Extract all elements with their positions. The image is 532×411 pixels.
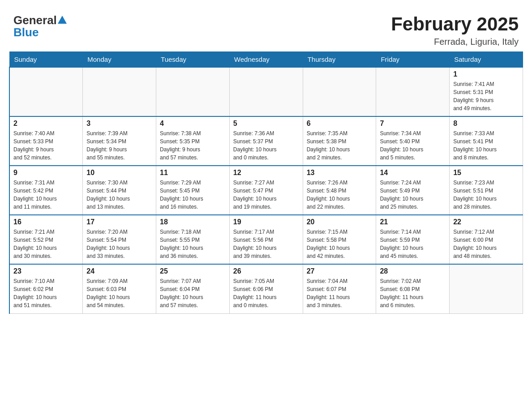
calendar-cell bbox=[156, 67, 230, 116]
calendar-cell: 25Sunrise: 7:07 AMSunset: 6:04 PMDayligh… bbox=[156, 264, 230, 313]
week-row-2: 2Sunrise: 7:40 AMSunset: 5:33 PMDaylight… bbox=[9, 116, 523, 166]
calendar-cell: 16Sunrise: 7:21 AMSunset: 5:52 PMDayligh… bbox=[9, 215, 83, 264]
calendar-cell: 7Sunrise: 7:34 AMSunset: 5:40 PMDaylight… bbox=[376, 116, 450, 166]
day-number: 2 bbox=[13, 120, 79, 128]
calendar-cell: 19Sunrise: 7:17 AMSunset: 5:56 PMDayligh… bbox=[229, 215, 303, 264]
calendar-cell: 2Sunrise: 7:40 AMSunset: 5:33 PMDaylight… bbox=[9, 116, 83, 166]
day-number: 6 bbox=[307, 120, 373, 128]
day-number: 15 bbox=[453, 169, 519, 177]
day-number: 9 bbox=[13, 169, 79, 177]
day-number: 8 bbox=[453, 120, 519, 128]
day-number: 3 bbox=[86, 120, 152, 128]
day-info: Sunrise: 7:24 AMSunset: 5:49 PMDaylight:… bbox=[380, 179, 446, 211]
day-number: 22 bbox=[453, 218, 519, 226]
calendar-cell bbox=[9, 67, 83, 116]
day-info: Sunrise: 7:29 AMSunset: 5:45 PMDaylight:… bbox=[160, 179, 226, 211]
day-info: Sunrise: 7:40 AMSunset: 5:33 PMDaylight:… bbox=[13, 129, 79, 162]
day-info: Sunrise: 7:23 AMSunset: 5:51 PMDaylight:… bbox=[453, 179, 519, 211]
day-info: Sunrise: 7:41 AMSunset: 5:31 PMDaylight:… bbox=[453, 80, 519, 112]
day-number: 5 bbox=[233, 120, 299, 128]
day-number: 25 bbox=[160, 267, 226, 275]
day-info: Sunrise: 7:02 AMSunset: 6:08 PMDaylight:… bbox=[380, 277, 446, 309]
day-info: Sunrise: 7:07 AMSunset: 6:04 PMDaylight:… bbox=[160, 277, 226, 309]
calendar-cell: 14Sunrise: 7:24 AMSunset: 5:49 PMDayligh… bbox=[376, 166, 450, 215]
day-number: 10 bbox=[86, 169, 152, 177]
calendar-cell: 9Sunrise: 7:31 AMSunset: 5:42 PMDaylight… bbox=[9, 166, 83, 215]
day-of-week-sunday: Sunday bbox=[9, 52, 83, 68]
day-number: 28 bbox=[380, 267, 446, 275]
day-of-week-monday: Monday bbox=[83, 52, 156, 68]
day-info: Sunrise: 7:12 AMSunset: 6:00 PMDaylight:… bbox=[453, 228, 519, 260]
calendar-cell: 23Sunrise: 7:10 AMSunset: 6:02 PMDayligh… bbox=[9, 264, 83, 313]
week-row-5: 23Sunrise: 7:10 AMSunset: 6:02 PMDayligh… bbox=[9, 264, 523, 313]
day-info: Sunrise: 7:17 AMSunset: 5:56 PMDaylight:… bbox=[233, 228, 299, 260]
day-number: 11 bbox=[160, 169, 226, 177]
calendar-cell: 27Sunrise: 7:04 AMSunset: 6:07 PMDayligh… bbox=[303, 264, 376, 313]
calendar-cell: 24Sunrise: 7:09 AMSunset: 6:03 PMDayligh… bbox=[83, 264, 156, 313]
calendar-cell: 26Sunrise: 7:05 AMSunset: 6:06 PMDayligh… bbox=[229, 264, 303, 313]
calendar-table: SundayMondayTuesdayWednesdayThursdayFrid… bbox=[9, 51, 523, 314]
calendar-cell: 8Sunrise: 7:33 AMSunset: 5:41 PMDaylight… bbox=[450, 116, 523, 166]
day-number: 16 bbox=[13, 218, 79, 226]
week-row-4: 16Sunrise: 7:21 AMSunset: 5:52 PMDayligh… bbox=[9, 215, 523, 264]
calendar-header-row: SundayMondayTuesdayWednesdayThursdayFrid… bbox=[9, 52, 523, 68]
day-info: Sunrise: 7:36 AMSunset: 5:37 PMDaylight:… bbox=[233, 129, 299, 162]
calendar-cell: 10Sunrise: 7:30 AMSunset: 5:44 PMDayligh… bbox=[83, 166, 156, 215]
calendar-cell: 1Sunrise: 7:41 AMSunset: 5:31 PMDaylight… bbox=[450, 67, 523, 116]
day-info: Sunrise: 7:14 AMSunset: 5:59 PMDaylight:… bbox=[380, 228, 446, 260]
day-number: 1 bbox=[453, 70, 519, 78]
day-number: 20 bbox=[307, 218, 373, 226]
calendar-cell: 12Sunrise: 7:27 AMSunset: 5:47 PMDayligh… bbox=[229, 166, 303, 215]
day-number: 4 bbox=[160, 120, 226, 128]
day-number: 12 bbox=[233, 169, 299, 177]
calendar-cell: 4Sunrise: 7:38 AMSunset: 5:35 PMDaylight… bbox=[156, 116, 230, 166]
svg-marker-0 bbox=[58, 16, 67, 24]
day-info: Sunrise: 7:10 AMSunset: 6:02 PMDaylight:… bbox=[13, 277, 79, 309]
calendar-cell: 13Sunrise: 7:26 AMSunset: 5:48 PMDayligh… bbox=[303, 166, 376, 215]
day-number: 14 bbox=[380, 169, 446, 177]
week-row-1: 1Sunrise: 7:41 AMSunset: 5:31 PMDaylight… bbox=[9, 67, 523, 116]
day-number: 27 bbox=[307, 267, 373, 275]
calendar-cell bbox=[376, 67, 450, 116]
title-area: February 2025 Ferrada, Liguria, Italy bbox=[391, 13, 519, 47]
location-title: Ferrada, Liguria, Italy bbox=[391, 37, 519, 47]
day-info: Sunrise: 7:33 AMSunset: 5:41 PMDaylight:… bbox=[453, 129, 519, 162]
day-info: Sunrise: 7:21 AMSunset: 5:52 PMDaylight:… bbox=[13, 228, 79, 260]
day-info: Sunrise: 7:26 AMSunset: 5:48 PMDaylight:… bbox=[307, 179, 373, 211]
day-of-week-thursday: Thursday bbox=[303, 52, 376, 68]
day-number: 7 bbox=[380, 120, 446, 128]
day-info: Sunrise: 7:30 AMSunset: 5:44 PMDaylight:… bbox=[86, 179, 152, 211]
logo: General Blue bbox=[13, 13, 67, 39]
calendar-cell bbox=[83, 67, 156, 116]
day-info: Sunrise: 7:39 AMSunset: 5:34 PMDaylight:… bbox=[86, 129, 152, 162]
day-info: Sunrise: 7:05 AMSunset: 6:06 PMDaylight:… bbox=[233, 277, 299, 309]
week-row-3: 9Sunrise: 7:31 AMSunset: 5:42 PMDaylight… bbox=[9, 166, 523, 215]
day-info: Sunrise: 7:18 AMSunset: 5:55 PMDaylight:… bbox=[160, 228, 226, 260]
day-info: Sunrise: 7:34 AMSunset: 5:40 PMDaylight:… bbox=[380, 129, 446, 162]
logo-triangle-icon bbox=[58, 15, 67, 25]
day-of-week-tuesday: Tuesday bbox=[156, 52, 230, 68]
calendar-cell: 18Sunrise: 7:18 AMSunset: 5:55 PMDayligh… bbox=[156, 215, 230, 264]
day-number: 17 bbox=[86, 218, 152, 226]
day-info: Sunrise: 7:27 AMSunset: 5:47 PMDaylight:… bbox=[233, 179, 299, 211]
day-number: 24 bbox=[86, 267, 152, 275]
day-of-week-wednesday: Wednesday bbox=[229, 52, 303, 68]
calendar-cell bbox=[303, 67, 376, 116]
calendar-cell bbox=[229, 67, 303, 116]
day-info: Sunrise: 7:09 AMSunset: 6:03 PMDaylight:… bbox=[86, 277, 152, 309]
day-info: Sunrise: 7:04 AMSunset: 6:07 PMDaylight:… bbox=[307, 277, 373, 309]
calendar-cell: 5Sunrise: 7:36 AMSunset: 5:37 PMDaylight… bbox=[229, 116, 303, 166]
day-number: 18 bbox=[160, 218, 226, 226]
calendar-cell: 3Sunrise: 7:39 AMSunset: 5:34 PMDaylight… bbox=[83, 116, 156, 166]
calendar-cell: 28Sunrise: 7:02 AMSunset: 6:08 PMDayligh… bbox=[376, 264, 450, 313]
logo-blue-text: Blue bbox=[13, 26, 39, 39]
calendar-cell: 22Sunrise: 7:12 AMSunset: 6:00 PMDayligh… bbox=[450, 215, 523, 264]
day-info: Sunrise: 7:15 AMSunset: 5:58 PMDaylight:… bbox=[307, 228, 373, 260]
calendar-cell: 17Sunrise: 7:20 AMSunset: 5:54 PMDayligh… bbox=[83, 215, 156, 264]
day-of-week-saturday: Saturday bbox=[450, 52, 523, 68]
calendar-cell: 11Sunrise: 7:29 AMSunset: 5:45 PMDayligh… bbox=[156, 166, 230, 215]
day-info: Sunrise: 7:20 AMSunset: 5:54 PMDaylight:… bbox=[86, 228, 152, 260]
day-info: Sunrise: 7:38 AMSunset: 5:35 PMDaylight:… bbox=[160, 129, 226, 162]
day-number: 21 bbox=[380, 218, 446, 226]
day-number: 13 bbox=[307, 169, 373, 177]
